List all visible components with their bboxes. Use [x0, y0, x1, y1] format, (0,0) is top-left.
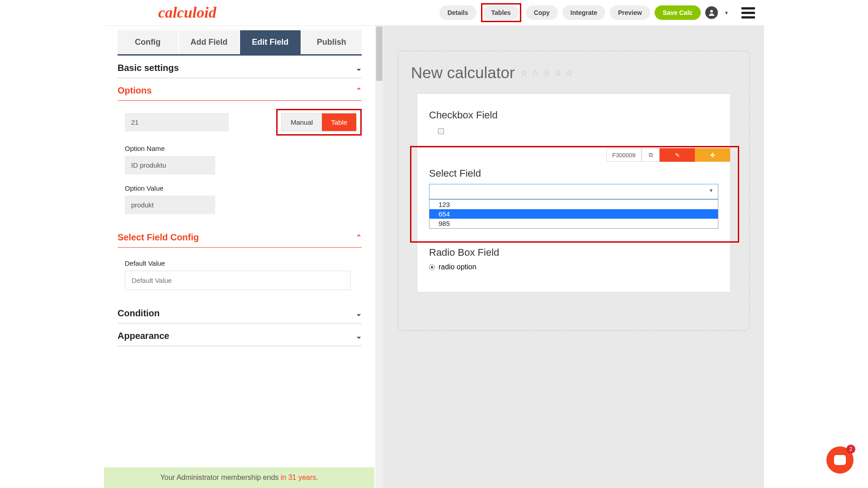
hamburger-icon[interactable] — [741, 7, 755, 19]
preview-container: New calculator ☆ ☆ ☆ ☆ ☆ Checkbox Field … — [398, 51, 750, 331]
nav-tables[interactable]: Tables — [483, 5, 519, 20]
toggle-manual[interactable]: Manual — [282, 113, 322, 131]
radio-title: Radio Box Field — [429, 247, 718, 258]
acc-basic-settings[interactable]: Basic settings ⌄ — [118, 56, 362, 78]
nav-save[interactable]: Save Calc — [655, 5, 701, 20]
chevron-down-icon[interactable]: ▼ — [724, 10, 729, 15]
footer-text2: . — [316, 474, 318, 481]
nav-integrate[interactable]: Integrate — [562, 5, 605, 20]
highlight-tables: Tables — [481, 3, 521, 22]
acc-appearance-label: Appearance — [118, 331, 170, 341]
sidebar-tabs: Config Add Field Edit Field Publish — [118, 30, 362, 56]
acc-appearance[interactable]: Appearance ⌄ — [118, 324, 362, 346]
chat-badge: 2 — [846, 445, 855, 454]
tab-add-field[interactable]: Add Field — [179, 30, 240, 54]
highlight-toggle: Manual Table — [276, 109, 362, 136]
nav-copy[interactable]: Copy — [526, 5, 558, 20]
acc-options-label: Options — [118, 85, 152, 96]
dropdown-item[interactable]: 654 — [429, 209, 718, 219]
preview-title: New calculator — [411, 64, 515, 82]
radio-input[interactable] — [429, 264, 435, 270]
nav-preview[interactable]: Preview — [610, 5, 650, 20]
acc-selectcfg-label: Select Field Config — [118, 232, 199, 243]
dropdown-item[interactable]: 985 — [429, 219, 718, 228]
field-toolbar: F300009 ⧉ ✎ ✥ — [417, 148, 730, 161]
nav-details[interactable]: Details — [439, 5, 476, 20]
tab-publish[interactable]: Publish — [302, 30, 362, 54]
chevron-down-icon: ⌄ — [356, 64, 362, 72]
star-rating[interactable]: ☆ ☆ ☆ ☆ ☆ — [520, 68, 574, 78]
calculator-box: Checkbox Field F300009 ⧉ ✎ ✥ — [417, 94, 731, 292]
preview-pane: New calculator ☆ ☆ ☆ ☆ ☆ Checkbox Field … — [383, 26, 764, 488]
acc-condition-label: Condition — [118, 308, 160, 319]
select-title: Select Field — [429, 168, 718, 179]
field-id-cell: F300009 — [606, 148, 642, 162]
chevron-down-icon: ⌄ — [356, 309, 362, 318]
default-value-label: Default Value — [125, 256, 362, 271]
chevron-up-icon: ⌃ — [356, 233, 362, 242]
logo: calculoid — [104, 4, 216, 21]
radio-field[interactable]: Radio Box Field radio option — [417, 240, 730, 283]
option-name-input[interactable] — [125, 156, 215, 174]
toggle-table[interactable]: Table — [322, 113, 356, 131]
left-panel: Config Add Field Edit Field Publish Basi… — [104, 26, 375, 488]
tab-config[interactable]: Config — [118, 30, 178, 54]
svg-point-0 — [710, 10, 713, 13]
scrollbar-thumb[interactable] — [376, 27, 382, 81]
nav-right: Details Tables Copy Integrate Preview Sa… — [439, 3, 764, 22]
copy-icon[interactable]: ⧉ — [642, 148, 660, 162]
option-value-label: Option Value — [125, 181, 362, 196]
select-config-body: Default Value — [118, 248, 362, 296]
footer-highlight: in 31 years — [281, 474, 316, 481]
radio-label: radio option — [439, 263, 476, 271]
checkbox-title: Checkbox Field — [429, 109, 718, 121]
acc-basic-label: Basic settings — [118, 63, 179, 73]
edit-icon[interactable]: ✎ — [660, 148, 695, 162]
move-icon[interactable]: ✥ — [695, 148, 730, 162]
chat-icon — [834, 455, 846, 465]
checkbox-input[interactable] — [438, 128, 444, 134]
chevron-down-icon: ⌄ — [356, 332, 362, 340]
default-value-input[interactable] — [125, 271, 351, 290]
dropdown-item[interactable]: 123 — [429, 200, 718, 209]
avatar-icon[interactable] — [705, 6, 718, 19]
chat-button[interactable]: 2 — [826, 446, 854, 474]
source-toggle: Manual Table — [281, 113, 357, 131]
options-body: Manual Table Option Name Option Value — [118, 101, 362, 220]
footer-text1: Your Administrator membership ends — [160, 474, 281, 481]
header: calculoid Details Tables Copy Integrate … — [104, 0, 764, 25]
chevron-up-icon: ⌃ — [356, 86, 362, 95]
select-dropdown: 123 654 985 — [429, 199, 718, 229]
acc-select-config[interactable]: Select Field Config ⌃ — [118, 225, 362, 248]
option-name-label: Option Name — [125, 141, 362, 156]
select-field-block[interactable]: F300009 ⧉ ✎ ✥ Select Field ▼ — [417, 148, 730, 240]
acc-options[interactable]: Options ⌃ — [118, 78, 362, 101]
acc-condition[interactable]: Condition ⌄ — [118, 301, 362, 324]
checkbox-field[interactable]: Checkbox Field — [417, 103, 730, 148]
option-value-input[interactable] — [125, 196, 215, 214]
scrollbar[interactable] — [375, 26, 383, 488]
chevron-down-icon: ▼ — [709, 188, 713, 193]
option-number-input[interactable] — [125, 113, 229, 131]
footer-banner: Your Administrator membership ends in 31… — [104, 467, 374, 488]
select-input[interactable]: ▼ — [429, 184, 718, 199]
tab-edit-field[interactable]: Edit Field — [240, 30, 301, 54]
